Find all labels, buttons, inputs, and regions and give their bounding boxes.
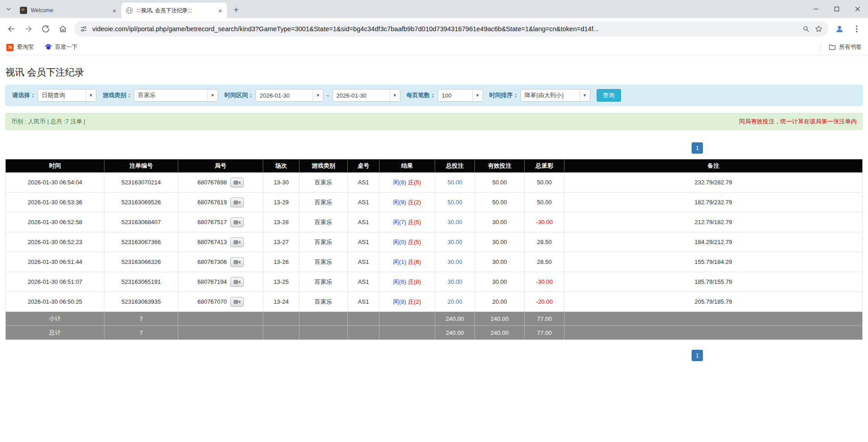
cell-total-bet: 50.00 (435, 193, 475, 212)
per-page-select[interactable]: 100 ▼ (438, 89, 483, 102)
total-bet-link[interactable]: 20.00 (447, 298, 462, 305)
video-replay-button[interactable] (230, 277, 244, 287)
page-content: 视讯 会员下注纪录 请选择： 日期查询 ▼ 游戏类别： 百家乐 ▼ 时间区间： … (0, 66, 868, 361)
new-tab-button[interactable]: + (230, 4, 242, 16)
notice-text: 同局有效投注，统一计算在该局第一张注单内 (739, 118, 857, 126)
bookmark-star-icon[interactable] (815, 25, 823, 33)
bookmark-label: 百度一下 (55, 43, 78, 51)
total-row-cell-9: 77.00 (525, 326, 564, 340)
chevron-down-icon[interactable]: ▼ (579, 89, 590, 101)
subtotal-row-cell-0: 小计 (6, 312, 104, 326)
column-header-7: 总投注 (435, 160, 475, 173)
cell-remark: 212.79/182.79 (564, 212, 863, 232)
total-bet-link[interactable]: 30.00 (447, 259, 462, 265)
cell-total-bet: 30.00 (435, 272, 475, 292)
welcome-favicon-icon (20, 7, 27, 14)
sort-order-value: 降幂(由大到小) (521, 89, 579, 101)
subtotal-row-cell-3 (263, 312, 299, 326)
video-replay-button[interactable] (230, 197, 244, 207)
cell-session: 13-25 (263, 272, 299, 292)
reload-button[interactable] (37, 20, 54, 38)
cell-valid-bet: 50.00 (475, 193, 525, 212)
tab-bet-record[interactable]: :::视讯, 会员下注纪录::: × (121, 3, 227, 18)
cell-payout: 28.50 (525, 252, 564, 272)
cell-table-number: AS1 (348, 173, 379, 193)
maximize-button[interactable] (826, 0, 847, 18)
tab-search-button[interactable] (2, 0, 15, 18)
search-button[interactable]: 查询 (597, 89, 621, 102)
cell-result: 闲(1)庄(6) (379, 252, 435, 272)
date-from-select[interactable]: 2026-01-30 ▼ (256, 89, 323, 102)
subtotal-row-cell-4 (299, 312, 348, 326)
bookmark-baidu[interactable]: 百度一下 (45, 43, 78, 52)
total-row-cell-3 (263, 326, 299, 340)
chevron-down-icon[interactable]: ▼ (207, 89, 218, 101)
cell-total-bet: 20.00 (435, 292, 475, 312)
chevron-down-icon (6, 6, 11, 12)
select-type-label: 请选择： (12, 91, 36, 99)
profile-button[interactable] (831, 20, 848, 38)
close-button[interactable] (847, 0, 868, 18)
video-replay-button[interactable] (230, 297, 244, 307)
minimize-button[interactable] (806, 0, 826, 18)
total-bet-link[interactable]: 50.00 (447, 199, 462, 206)
game-type-select[interactable]: 百家乐 ▼ (134, 89, 218, 102)
sort-order-label: 时间排序： (489, 91, 519, 99)
cell-valid-bet: 20.00 (475, 292, 525, 312)
zoom-icon[interactable] (802, 25, 810, 33)
total-row-cell-0: 总计 (6, 326, 104, 340)
player-result: 闲(7) (393, 219, 406, 226)
menu-button[interactable] (848, 20, 865, 38)
chevron-down-icon[interactable]: ▼ (472, 89, 483, 101)
query-type-select[interactable]: 日期查询 ▼ (38, 89, 96, 102)
tab-close-icon[interactable]: × (216, 6, 224, 14)
total-bet-link[interactable]: 50.00 (447, 179, 462, 186)
cell-session: 13-27 (263, 232, 299, 252)
bookmark-aitaobao[interactable]: 淘 爱淘宝 (6, 43, 34, 51)
video-camera-icon (233, 240, 241, 245)
site-settings-icon[interactable] (80, 25, 88, 33)
bet-table-body: 2026-01-30 06:54:04 523163070214 6807676… (6, 173, 863, 340)
subtotal-row-cell-8: 240.00 (475, 312, 525, 326)
all-bookmarks-button[interactable]: 所有书签 (828, 43, 862, 52)
subtotal-row-cell-9: 77.00 (525, 312, 564, 326)
round-number: 680767306 (197, 259, 227, 265)
page-1-button[interactable]: 1 (692, 350, 703, 361)
video-replay-button[interactable] (230, 178, 244, 188)
video-replay-button[interactable] (230, 237, 244, 247)
total-bet-link[interactable]: 30.00 (447, 278, 462, 285)
url-bar[interactable]: videoie.com/ipl/portal.php/game/betrecor… (74, 21, 828, 37)
player-result: 闲(8) (393, 298, 406, 305)
date-to-select[interactable]: 2026-01-30 ▼ (332, 89, 400, 102)
page-1-button[interactable]: 1 (692, 142, 703, 154)
cell-session: 13-29 (263, 193, 299, 212)
chevron-down-icon[interactable]: ▼ (85, 89, 96, 101)
cell-bet-id: 523163067366 (104, 232, 178, 252)
sort-order-select[interactable]: 降幂(由大到小) ▼ (521, 89, 590, 102)
back-button[interactable] (3, 20, 20, 38)
tab-welcome[interactable]: Welcome × (15, 3, 121, 18)
url-text[interactable]: videoie.com/ipl/portal.php/game/betrecor… (92, 25, 797, 33)
player-result: 闲(6) (393, 278, 406, 285)
total-bet-link[interactable]: 30.00 (447, 239, 462, 245)
date-to-value: 2026-01-30 (333, 89, 389, 101)
cell-session: 13-28 (263, 212, 299, 232)
cell-payout: 28.50 (525, 232, 564, 252)
video-replay-button[interactable] (230, 217, 244, 227)
forward-button[interactable] (20, 20, 37, 38)
home-button[interactable] (54, 20, 71, 38)
column-header-2: 局号 (178, 160, 263, 173)
table-row: 2026-01-30 06:53:36 523163069526 6807676… (6, 193, 863, 212)
cell-round: 680767194 (178, 272, 263, 292)
tab-close-icon[interactable]: × (110, 6, 119, 14)
chevron-down-icon[interactable]: ▼ (389, 89, 400, 101)
chevron-down-icon[interactable]: ▼ (313, 89, 323, 101)
tab-title: :::视讯, 会员下注纪录::: (137, 7, 213, 14)
cell-round: 680767619 (178, 193, 263, 212)
date-from-value: 2026-01-30 (256, 89, 313, 101)
total-bet-link[interactable]: 30.00 (447, 219, 462, 226)
reload-icon (41, 24, 50, 33)
round-number: 680767698 (197, 179, 227, 186)
globe-favicon-icon (126, 7, 133, 14)
video-replay-button[interactable] (230, 257, 244, 267)
